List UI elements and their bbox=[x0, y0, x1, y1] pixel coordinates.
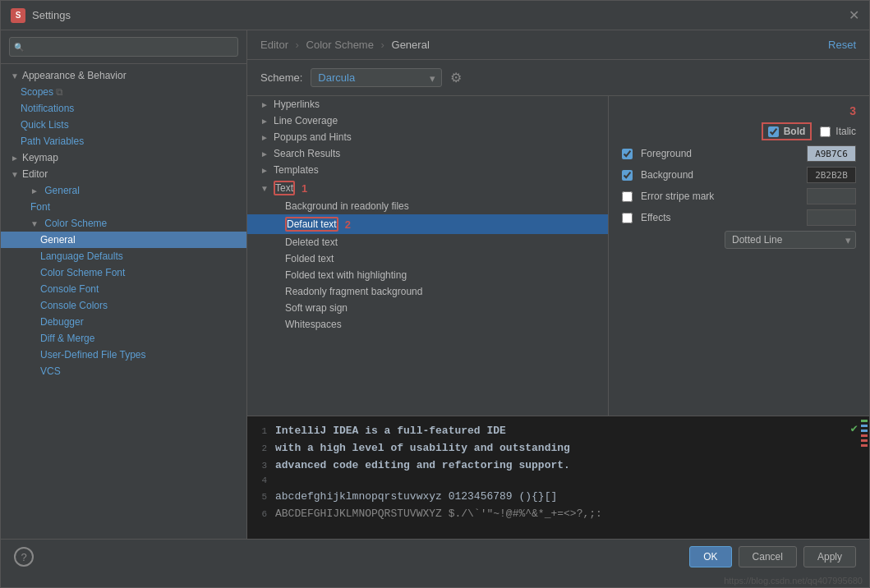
sidebar-section-label: Appearance & Behavior bbox=[22, 70, 127, 81]
preview-text: advanced code editing and refactoring su… bbox=[275, 457, 570, 475]
tree-node-readonly-fragment[interactable]: Readonly fragment background bbox=[247, 283, 608, 300]
tree-node-label: Hyperlinks bbox=[274, 99, 320, 110]
sidebar-item-cs-user-defined[interactable]: User-Defined File Types bbox=[1, 347, 246, 363]
close-button[interactable]: ✕ bbox=[849, 7, 859, 23]
effects-swatch[interactable] bbox=[807, 209, 856, 226]
foreground-color-value: A9B7C6 bbox=[815, 149, 848, 159]
general-expand-arrow: ► bbox=[30, 186, 39, 195]
apply-button[interactable]: Apply bbox=[803, 546, 856, 567]
check-icon: ✔ bbox=[851, 421, 858, 435]
effects-checkbox[interactable] bbox=[622, 213, 633, 223]
tree-node-label: Default text bbox=[287, 218, 337, 230]
search-box bbox=[1, 30, 246, 64]
main-panel: Editor › Color Scheme › General Reset Sc… bbox=[247, 30, 869, 539]
tree-node-soft-wrap[interactable]: Soft wrap sign bbox=[247, 300, 608, 316]
tree-node-folded-text[interactable]: Folded text bbox=[247, 250, 608, 267]
effects-dropdown-wrap: Dotted Line Underscored Bold underscored… bbox=[725, 231, 856, 249]
italic-checkbox[interactable] bbox=[820, 126, 831, 137]
preview-line-3: 3 advanced code editing and refactoring … bbox=[257, 457, 859, 475]
tree-node-line-coverage[interactable]: ► Line Coverage bbox=[247, 113, 608, 129]
breadcrumb-sep1: › bbox=[296, 39, 299, 51]
scroll-tick-red bbox=[861, 434, 868, 437]
breadcrumb: Editor › Color Scheme › General bbox=[260, 39, 430, 51]
sidebar-item-quick-lists[interactable]: Quick Lists bbox=[1, 117, 246, 133]
background-checkbox[interactable] bbox=[622, 170, 633, 181]
expand-arrow: ▼ bbox=[11, 170, 19, 179]
sidebar-item-cs-vcs[interactable]: VCS bbox=[1, 363, 246, 379]
foreground-checkbox[interactable] bbox=[622, 149, 633, 159]
tree-node-bg-readonly[interactable]: Background in readonly files bbox=[247, 198, 608, 214]
sidebar-item-cs-font[interactable]: Color Scheme Font bbox=[1, 264, 246, 281]
background-swatch[interactable]: 2B2B2B bbox=[807, 167, 856, 183]
breadcrumb-sep2: › bbox=[381, 39, 384, 51]
error-stripe-swatch[interactable] bbox=[807, 188, 856, 204]
line-num: 2 bbox=[257, 442, 267, 457]
sidebar-item-cs-console-font[interactable]: Console Font bbox=[1, 281, 246, 297]
tree-node-label: Background in readonly files bbox=[285, 200, 409, 212]
cancel-button[interactable]: Cancel bbox=[739, 546, 797, 567]
tree-node-label: Folded text bbox=[285, 253, 334, 264]
bottom-buttons: OK Cancel Apply bbox=[689, 546, 856, 567]
help-button[interactable]: ? bbox=[14, 547, 34, 567]
sidebar-tree: ▼ Appearance & Behavior Scopes ⧉ Notific… bbox=[1, 64, 246, 539]
tree-node-templates[interactable]: ► Templates bbox=[247, 162, 608, 178]
right-options-panel: 3 Bold Italic bbox=[609, 96, 869, 416]
ok-button[interactable]: OK bbox=[689, 546, 731, 567]
preview-text: abcdefghijklmnopqrstuvwxyz 0123456789 ()… bbox=[275, 489, 557, 506]
sidebar-item-scopes[interactable]: Scopes ⧉ bbox=[1, 84, 246, 100]
tree-node-whitespaces[interactable]: Whitespaces bbox=[247, 316, 608, 333]
tree-node-search-results[interactable]: ► Search Results bbox=[247, 145, 608, 162]
error-stripe-checkbox[interactable] bbox=[622, 191, 633, 202]
titlebar: S Settings ✕ bbox=[1, 1, 869, 30]
tree-node-default-text[interactable]: Default text 2 bbox=[247, 214, 608, 234]
sidebar: ▼ Appearance & Behavior Scopes ⧉ Notific… bbox=[1, 30, 247, 539]
scheme-label: Scheme: bbox=[260, 71, 302, 84]
sidebar-item-cs-console-colors[interactable]: Console Colors bbox=[1, 297, 246, 314]
effects-select[interactable]: Dotted Line Underscored Bold underscored… bbox=[725, 231, 856, 249]
sidebar-item-cs-general[interactable]: General bbox=[1, 232, 246, 248]
line-num: 3 bbox=[257, 459, 267, 474]
scheme-select[interactable]: Darcula Default High contrast bbox=[311, 68, 442, 87]
tree-node-folded-highlighting[interactable]: Folded text with highlighting bbox=[247, 267, 608, 283]
sidebar-keymap-label: Keymap bbox=[22, 152, 58, 163]
sidebar-item-cs-diff-merge[interactable]: Diff & Merge bbox=[1, 330, 246, 347]
sidebar-item-editor[interactable]: ▼ Editor bbox=[1, 166, 246, 182]
sidebar-item-font[interactable]: Font bbox=[1, 199, 246, 215]
sidebar-item-appearance[interactable]: ▼ Appearance & Behavior bbox=[1, 67, 246, 84]
background-color-value: 2B2B2B bbox=[815, 170, 848, 181]
foreground-label: Foreground bbox=[641, 148, 799, 159]
preview-panel: ✔ 1 IntelliJ IDEA is a full-featured IDE… bbox=[247, 416, 869, 539]
tree-node-deleted-text[interactable]: Deleted text bbox=[247, 234, 608, 250]
bold-checkbox[interactable] bbox=[768, 126, 779, 137]
settings-window: S Settings ✕ ▼ Appearance & Behavior Sco… bbox=[0, 0, 870, 588]
scroll-tick-blue2 bbox=[861, 430, 868, 432]
preview-line-4: 4 bbox=[257, 474, 859, 489]
sidebar-item-cs-language-defaults[interactable]: Language Defaults bbox=[1, 248, 246, 264]
window-title: Settings bbox=[32, 9, 71, 21]
expand-arrow: ▼ bbox=[11, 71, 19, 80]
breadcrumb-part2: Color Scheme bbox=[306, 39, 374, 51]
italic-row: Italic bbox=[820, 126, 856, 137]
reset-button[interactable]: Reset bbox=[828, 39, 856, 51]
tree-panel: ► Hyperlinks ► Line Coverage ► Popups an… bbox=[247, 96, 609, 416]
tree-node-hyperlinks[interactable]: ► Hyperlinks bbox=[247, 96, 608, 113]
expand-arrow: ► bbox=[260, 133, 269, 142]
app-icon: S bbox=[11, 8, 25, 23]
foreground-swatch[interactable]: A9B7C6 bbox=[807, 145, 856, 162]
tree-node-text[interactable]: ▼ Text 1 bbox=[247, 178, 608, 198]
gear-button[interactable]: ⚙ bbox=[450, 70, 462, 85]
search-input[interactable] bbox=[9, 37, 238, 57]
sidebar-item-cs-debugger[interactable]: Debugger bbox=[1, 314, 246, 330]
colorscheme-expand-arrow: ▼ bbox=[30, 219, 39, 228]
tree-node-popups[interactable]: ► Popups and Hints bbox=[247, 129, 608, 145]
preview-text: with a high level of usability and outst… bbox=[275, 440, 570, 457]
sidebar-item-notifications[interactable]: Notifications bbox=[1, 100, 246, 117]
sidebar-item-keymap[interactable]: ► Keymap bbox=[1, 149, 246, 166]
watermark: https://blog.csdn.net/qq407995680 bbox=[1, 574, 869, 587]
sidebar-item-color-scheme[interactable]: ▼ Color Scheme bbox=[1, 215, 246, 232]
sidebar-item-path-variables[interactable]: Path Variables bbox=[1, 133, 246, 149]
sidebar-item-general[interactable]: ► General bbox=[1, 182, 246, 199]
effects-select-wrap: Dotted Line Underscored Bold underscored… bbox=[725, 231, 856, 249]
annotation-1: 1 bbox=[302, 182, 307, 195]
preview-text: ABCDEFGHIJKLMNOPQRSTUVWXYZ $./\`'"~!@#%^… bbox=[275, 506, 602, 523]
